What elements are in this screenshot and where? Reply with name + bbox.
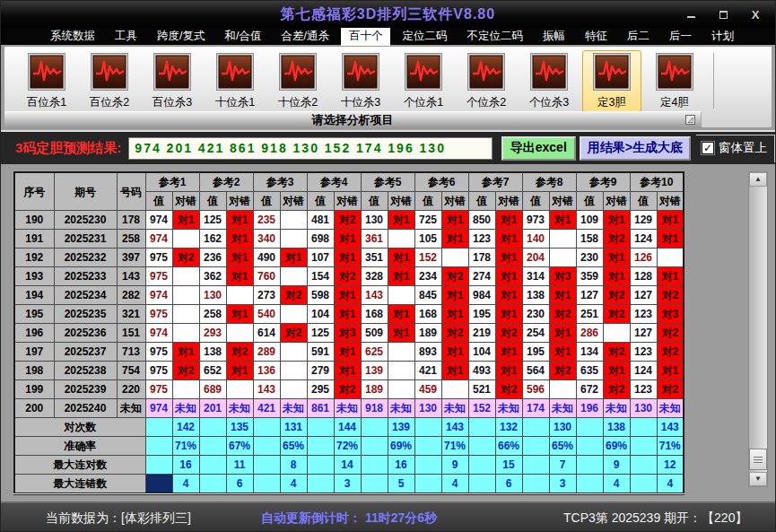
cell-judge: 对2 <box>603 343 630 362</box>
scroll-down-icon: ▼ <box>754 475 762 483</box>
cell-judge <box>280 362 307 380</box>
scrollbar-thumb[interactable] <box>749 449 767 470</box>
cell-judge: 对1 <box>441 362 468 380</box>
menu-item[interactable]: 系统数据 <box>42 28 103 46</box>
cell-judge: 对1 <box>226 267 253 286</box>
cell-judge: 对1 <box>334 343 361 362</box>
ecg-chart-icon <box>405 53 442 91</box>
menu-item[interactable]: 跨度/复式 <box>149 28 213 46</box>
cell-judge: 未知 <box>495 399 522 418</box>
scroll-up-button[interactable]: ▲ <box>749 172 767 187</box>
menu-item[interactable]: 不定位二码 <box>458 28 531 46</box>
cell-value: 359 <box>576 267 603 286</box>
menu-item[interactable]: 工具 <box>107 28 145 46</box>
summary-value-cell: 4 <box>603 475 630 494</box>
summary-spacer-cell <box>630 418 657 437</box>
subcolumn-header: 值 <box>361 192 388 211</box>
table-body: 1902025230178974对1125对1235481对2130对1725对… <box>14 211 684 494</box>
cell-judge <box>280 211 307 230</box>
menu-item[interactable]: 后一 <box>661 28 700 46</box>
cell-judge: 对1 <box>495 343 522 362</box>
cell-judge <box>388 380 414 399</box>
cell-value: 481 <box>307 211 334 230</box>
maximize-button[interactable] <box>716 8 730 21</box>
close-button[interactable]: X <box>748 8 763 21</box>
toolbar-button[interactable]: 十位杀2 <box>268 50 327 112</box>
column-header: 期号 <box>54 172 117 211</box>
column-header: 参考8 <box>522 172 576 192</box>
vertical-scrollbar[interactable]: ▲ ▼ <box>748 171 768 487</box>
cell-judge: 对2 <box>657 380 684 399</box>
toolbar-button[interactable]: 百位杀2 <box>80 50 139 112</box>
cell-value: 204 <box>522 249 549 267</box>
cell-issue: 2025234 <box>54 286 117 305</box>
summary-value-cell: 8 <box>280 456 307 475</box>
cell-value: 351 <box>361 249 388 267</box>
app-window: 第七感福彩3D排列三软件V8.80 X 系统数据工具跨度/复式和/合值合差/通杀… <box>0 0 776 532</box>
ecg-chart-icon <box>91 53 128 91</box>
toolbar-button[interactable]: 个位杀1 <box>394 50 453 112</box>
window-on-top-checkbox[interactable]: ✓ <box>702 142 714 154</box>
cell-value: 125 <box>307 324 334 343</box>
toolbar-button[interactable]: 个位杀3 <box>519 50 579 112</box>
cell-judge <box>549 230 576 249</box>
menu-item[interactable]: 计划 <box>703 28 742 46</box>
cell-judge: 对1 <box>388 324 414 343</box>
toolbar-button[interactable]: 定3胆 <box>582 50 641 112</box>
cell-value: 254 <box>522 324 549 343</box>
cell-judge: 对1 <box>388 305 414 324</box>
toolbar-button[interactable]: 百位杀3 <box>143 50 202 112</box>
cell-value: 845 <box>414 286 441 305</box>
cell-judge: 对3 <box>549 267 576 286</box>
expand-icon[interactable]: ◿ <box>685 115 695 125</box>
toolbar-button[interactable]: 百位杀1 <box>17 50 76 112</box>
menu-item[interactable]: 特征 <box>577 28 615 46</box>
subcolumn-header: 对错 <box>657 192 684 211</box>
toolbar-button[interactable]: 定4胆 <box>645 50 704 112</box>
cell-value: 105 <box>414 230 441 249</box>
minimize-button[interactable] <box>684 8 698 21</box>
scroll-down-button[interactable]: ▼ <box>749 472 767 486</box>
column-header: 参考10 <box>630 172 684 192</box>
cell-number: 未知 <box>117 399 145 418</box>
cell-issue: 2025236 <box>54 324 117 343</box>
cell-value: 975 <box>145 343 172 362</box>
result-input[interactable] <box>128 137 492 160</box>
cell-value: 362 <box>199 267 226 286</box>
cell-value: 974 <box>145 286 172 305</box>
menu-item[interactable]: 后二 <box>619 28 658 46</box>
cell-judge: 对1 <box>226 362 253 380</box>
toolbar-button[interactable]: 十位杀1 <box>205 50 265 112</box>
cell-value: 143 <box>253 380 280 399</box>
export-excel-button[interactable]: 导出excel <box>501 136 576 161</box>
maximize-icon <box>719 11 728 19</box>
cell-judge <box>280 267 307 286</box>
subcolumn-header: 对错 <box>549 192 576 211</box>
toolbar-button[interactable]: 个位杀2 <box>457 50 516 112</box>
menu-item[interactable]: 百十个 <box>341 28 391 46</box>
cell-seq: 200 <box>14 399 54 418</box>
menu-item[interactable]: 和/合值 <box>216 28 269 46</box>
summary-value-cell: 72% <box>334 437 361 456</box>
cell-judge: 对1 <box>495 286 522 305</box>
menu-item[interactable]: 合差/通杀 <box>273 28 336 46</box>
cell-judge: 对1 <box>549 343 576 362</box>
summary-spacer-cell <box>307 437 334 456</box>
cell-judge: 对1 <box>495 267 522 286</box>
menu-item[interactable]: 振幅 <box>535 28 573 46</box>
cell-judge: 对1 <box>495 362 522 380</box>
ecg-chart-icon <box>593 53 631 91</box>
cell-value: 195 <box>522 343 549 362</box>
cell-value: 124 <box>630 230 657 249</box>
subcolumn-header: 值 <box>414 192 441 211</box>
cell-judge: 未知 <box>657 399 684 418</box>
cell-judge: 对2 <box>441 324 468 343</box>
cell-judge: 对1 <box>495 230 522 249</box>
cell-judge: 对2 <box>603 286 630 305</box>
toolbar-button[interactable]: 十位杀3 <box>331 50 390 112</box>
cell-judge: 对2 <box>603 380 630 399</box>
cell-judge: 对2 <box>657 286 684 305</box>
menu-item[interactable]: 定位二码 <box>394 28 455 46</box>
cell-judge <box>441 249 468 267</box>
generate-pool-button[interactable]: 用结果>生成大底 <box>580 136 691 161</box>
